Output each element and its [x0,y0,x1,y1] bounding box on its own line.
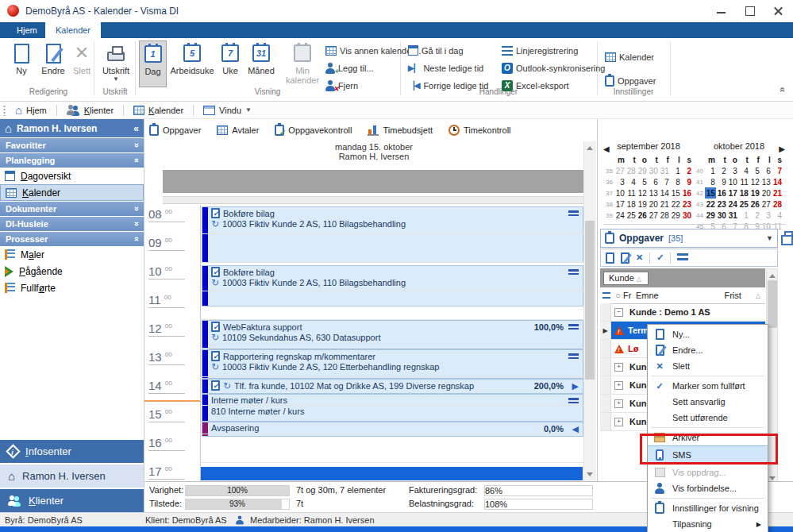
minical-day[interactable]: 9 [681,176,692,187]
ribbon-button-forrige-ledige-tid[interactable]: ▕◀Forrige ledige tid [408,78,488,93]
ribbon-button-m-ned[interactable]: 31Måned [244,40,279,86]
sidebar-section-di-husleie[interactable]: DI-Husleie« [0,216,144,231]
minical-day[interactable]: 3 [727,165,738,176]
scrollbar-thumb[interactable] [585,221,595,380]
expand-group-icon[interactable]: + [614,399,623,408]
tasks-panel-header[interactable]: Oppgaver [35] ▼ [600,229,778,248]
minical-day[interactable]: 9 [716,176,727,187]
minical-day[interactable]: 22 [705,199,716,210]
minical-day[interactable]: 4 [626,176,637,187]
expand-group-icon[interactable]: + [614,381,623,390]
minical-day[interactable]: 17 [727,187,738,199]
ribbon-button-legg-til-[interactable]: +Legg til... [325,60,374,75]
menu-item-slett[interactable]: ✕Slett [648,358,768,374]
calendar-event[interactable]: ✓Bokføre bilag↻10003 Fiktiv Kunde 2 AS, … [202,265,583,306]
ribbon-button-g-til-i-dag[interactable]: Gå til i dag [408,43,464,58]
ribbon-button-dag[interactable]: 1Dag [139,40,167,87]
view-tab-oppgavekontroll[interactable]: ✓Oppgavekontroll [275,125,352,136]
expand-group-icon[interactable]: + [614,363,623,372]
minical-day[interactable]: 29 [670,210,681,221]
minical-day[interactable]: 13 [760,176,772,187]
minical-day[interactable]: 6 [648,176,659,187]
sidebar-item-maler[interactable]: Maler [0,246,144,263]
minical-day[interactable]: 12 [749,176,760,187]
collapse-pane-icon[interactable]: « [133,123,139,134]
tasks-dropdown-icon[interactable]: ▼ [766,234,773,242]
minical-day[interactable]: 28 [659,210,670,221]
ribbon-button-ny[interactable]: Ny [6,40,37,86]
col-frist[interactable]: Frist [724,291,741,300]
menu-icon[interactable] [677,253,688,262]
minical-day[interactable]: 13 [648,187,659,199]
scroll-down-icon[interactable] [769,476,776,480]
task-row[interactable]: −Kunde : Demo 1 AS [600,303,765,322]
calendar-event[interactable]: Interne møter / kurs810 Interne møter / … [202,394,583,422]
minical-day[interactable]: 2 [749,210,760,221]
minical-day[interactable]: 5 [637,176,648,187]
minical-day[interactable]: 21 [659,199,670,210]
minical-day[interactable]: 20 [648,199,659,210]
minical-day[interactable]: 28 [626,165,637,176]
menu-item-endre-[interactable]: Endre... [648,342,768,358]
minical-day[interactable]: 8 [705,176,716,187]
minical-day[interactable]: 1 [738,210,749,221]
minical-day[interactable]: 16 [681,187,692,199]
minical-day[interactable]: 7 [659,176,670,187]
all-day-band[interactable] [163,170,585,193]
calendar-event[interactable]: Avspasering0,0%◀ [202,422,583,437]
ribbon-button-excel-eksport[interactable]: XExcel-eksport [502,78,569,93]
edit-task-icon[interactable] [621,253,629,264]
minical-day[interactable]: 30 [648,165,659,176]
minical-day[interactable]: 19 [637,199,648,210]
menubar-item-vindu[interactable]: Vindu▼ [200,106,255,115]
menubar-item-klienter[interactable]: Klienter [64,105,117,116]
minical-day[interactable]: 30 [716,210,727,221]
minical-day[interactable]: 1 [670,165,681,176]
minical-day[interactable]: 26 [749,199,760,210]
minical-day[interactable]: 27 [648,210,659,221]
minical-day[interactable]: 21 [772,187,783,199]
minical-day[interactable]: 25 [626,210,637,221]
scrollbar-thumb[interactable] [768,280,777,328]
new-task-icon[interactable] [606,253,614,264]
ribbon-button-uke[interactable]: 7Uke [218,40,242,86]
menu-item-sett-ansvarlig[interactable]: Sett ansvarlig [648,394,768,410]
minical-day[interactable]: 31 [659,165,670,176]
menu-item-tilpasning[interactable]: Tilpasning▶ [648,516,768,532]
minical-day[interactable]: 28 [772,199,783,210]
minical-day[interactable]: 2 [716,165,727,176]
nav-user-header[interactable]: ⌂ Ramon H. Iversen « [0,119,144,137]
expand-group-icon[interactable]: + [614,418,623,426]
view-tab-timebudsjett[interactable]: Timebudsjett [368,125,433,136]
minical-day[interactable]: 27 [760,199,772,210]
event-handle-icon[interactable] [568,324,579,331]
minical-day[interactable]: 17 [614,199,626,210]
view-tab-oppgaver[interactable]: Oppgaver [149,125,201,136]
minical-day[interactable]: 26 [637,210,648,221]
minical-day[interactable]: 22 [670,199,681,210]
minical-day[interactable]: 30 [681,210,692,221]
event-handle-icon[interactable] [568,269,579,276]
minical-day[interactable]: 6 [760,165,772,176]
minical-day[interactable]: 7 [772,165,783,176]
minical-day[interactable]: 10 [727,176,738,187]
minical-day-selected[interactable]: 15 [705,187,716,199]
popout-icon[interactable] [784,231,793,238]
sidebar-section-prosesser[interactable]: Prosesser» [0,231,144,246]
ribbon-button-neste-ledige-tid[interactable]: ▶▏Neste ledige tid [408,60,483,75]
col-fr[interactable]: Fr [623,291,636,300]
menu-item-marker-som-fullf-rt[interactable]: ✓Marker som fullført [648,378,768,394]
toolbar-drag-handle[interactable] [3,105,6,116]
minical-day[interactable]: 5 [749,165,760,176]
status-column-icon[interactable]: ○ [613,291,623,300]
minimize-button[interactable] [707,0,736,22]
sidebar-item-fullf-rte[interactable]: Fullførte [0,279,144,296]
sidebar-section-favoritter[interactable]: Favoritter« [0,137,144,152]
calendar-event[interactable]: ✓↻Tlf. fra kunde, 10102 Mat og Drikke AS… [202,379,583,394]
ribbon-collapse-icon[interactable]: » [777,87,788,93]
ribbon-button-kalender[interactable]: Kalender [605,49,654,64]
event-handle-icon[interactable] [568,210,579,218]
ribbon-button-oppgaver[interactable]: Oppgaver [605,73,656,88]
minical-day[interactable]: 11 [626,187,637,199]
sidebar-bigbutton-ramon-h-iversen[interactable]: ⌂Ramon H. Iversen [0,464,144,488]
